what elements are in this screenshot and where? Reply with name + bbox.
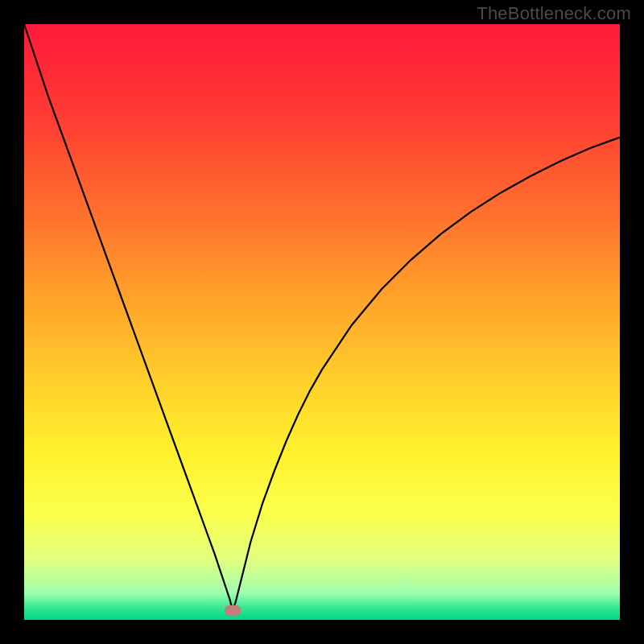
plot-background [24,24,620,620]
optimal-point-marker [225,605,241,616]
chart-stage: TheBottleneck.com [0,0,644,644]
bottleneck-chart [0,0,644,644]
watermark-text: TheBottleneck.com [477,3,631,24]
